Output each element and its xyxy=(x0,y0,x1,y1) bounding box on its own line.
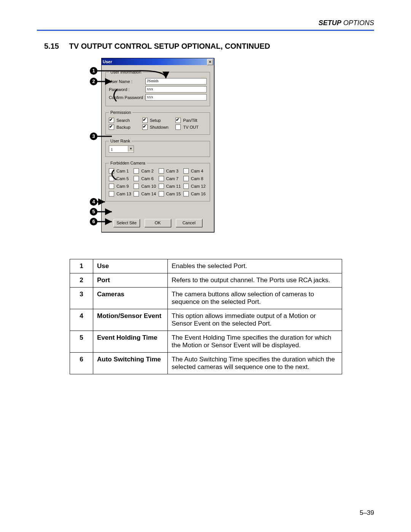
page-number: 5–39 xyxy=(360,509,374,517)
cam-8[interactable]: Cam 8 xyxy=(183,176,207,181)
checkbox-icon xyxy=(159,184,164,189)
cam-16[interactable]: Cam 16 xyxy=(183,191,207,197)
checkbox-icon xyxy=(183,168,189,174)
password-field[interactable]: xxx xyxy=(145,86,207,93)
cam-14[interactable]: Cam 14 xyxy=(134,191,157,197)
perm-setup[interactable]: Setup xyxy=(142,118,174,123)
callout-5: 5 xyxy=(90,208,97,216)
table-row: 6Auto Switching TimeThe Auto Switching T… xyxy=(70,353,342,374)
legend-table: 1UseEnables the selected Port. 2PortRefe… xyxy=(70,259,342,374)
dialog-titlebar[interactable]: User × xyxy=(102,58,214,65)
table-row: 1UseEnables the selected Port. xyxy=(70,259,342,273)
table-row: 3CamerasThe camera buttons allow selecti… xyxy=(70,288,342,309)
checkbox-icon xyxy=(142,118,148,123)
checkbox-icon xyxy=(109,191,114,197)
perm-backup[interactable]: Backup xyxy=(109,125,140,130)
cam-10[interactable]: Cam 10 xyxy=(134,184,157,189)
cam-6[interactable]: Cam 6 xyxy=(134,176,157,181)
cam-4[interactable]: Cam 4 xyxy=(183,168,207,174)
chevron-down-icon: ▼ xyxy=(128,146,134,152)
permission-group: Permission Search Setup Pan/Tilt Backup … xyxy=(105,110,210,135)
table-row: 4Motion/Sensor EventThis option allows i… xyxy=(70,309,342,331)
checkbox-icon xyxy=(142,125,148,130)
checkbox-icon xyxy=(175,118,181,123)
perm-shutdown[interactable]: Shutdown xyxy=(142,125,174,130)
cam-11[interactable]: Cam 11 xyxy=(159,184,182,189)
ok-button[interactable]: OK xyxy=(145,219,171,227)
select-site-button[interactable]: Select Site xyxy=(113,219,140,227)
running-header: SETUP OPTIONS xyxy=(319,19,374,27)
table-row: 2PortRefers to the output channel. The P… xyxy=(70,273,342,288)
table-row: 5Event Holding TimeThe Event Holding Tim… xyxy=(70,331,342,353)
user-rank-group: User Rank 1 ▼ xyxy=(105,139,210,157)
header-rule xyxy=(37,30,374,31)
perm-pantilt[interactable]: Pan/Tilt xyxy=(175,118,207,123)
user-rank-legend: User Rank xyxy=(109,139,132,143)
cam-9[interactable]: Cam 9 xyxy=(109,184,132,189)
cam-5[interactable]: Cam 5 xyxy=(109,176,132,181)
password-label: Password : xyxy=(109,87,145,92)
user-rank-select[interactable]: 1 ▼ xyxy=(109,145,134,153)
confirm-password-field[interactable]: xxx xyxy=(145,94,207,101)
user-name-label: User Name : xyxy=(109,79,145,84)
checkbox-icon xyxy=(134,176,139,181)
checkbox-icon xyxy=(134,168,139,174)
checkbox-icon xyxy=(109,168,114,174)
section-heading: 5.15 TV OUTPUT CONTROL SETUP OPTIONAL, C… xyxy=(44,42,270,51)
checkbox-icon xyxy=(183,176,189,181)
checkbox-icon xyxy=(109,176,114,181)
forbidden-camera-legend: Forbidden Camera xyxy=(109,161,147,165)
user-name-field[interactable]: JSmith xyxy=(145,78,207,85)
checkbox-icon xyxy=(175,125,181,130)
cam-13[interactable]: Cam 13 xyxy=(109,191,132,197)
checkbox-icon xyxy=(134,184,139,189)
user-dialog: User × User Information User Name : JSmi… xyxy=(101,58,213,232)
close-icon[interactable]: × xyxy=(207,59,213,65)
cam-12[interactable]: Cam 12 xyxy=(183,184,207,189)
cancel-button[interactable]: Cancel xyxy=(176,219,202,227)
checkbox-icon xyxy=(183,191,189,197)
cam-7[interactable]: Cam 7 xyxy=(159,176,182,181)
perm-search[interactable]: Search xyxy=(109,118,140,123)
checkbox-icon xyxy=(183,184,189,189)
cam-1[interactable]: Cam 1 xyxy=(109,168,132,174)
confirm-password-label: Confirm Password : xyxy=(109,95,145,100)
dialog-title: User xyxy=(103,59,112,64)
callout-2: 2 xyxy=(90,78,97,85)
callout-3: 3 xyxy=(90,133,97,140)
user-information-legend: User Information xyxy=(109,70,143,74)
forbidden-camera-group: Forbidden Camera Cam 1 Cam 2 Cam 3 Cam 4… xyxy=(105,161,210,201)
cam-2[interactable]: Cam 2 xyxy=(134,168,157,174)
checkbox-icon xyxy=(159,168,164,174)
checkbox-icon xyxy=(109,118,114,123)
user-information-group: User Information User Name : JSmith Pass… xyxy=(105,70,210,106)
cam-3[interactable]: Cam 3 xyxy=(159,168,182,174)
checkbox-icon xyxy=(159,191,164,197)
cam-15[interactable]: Cam 15 xyxy=(159,191,182,197)
checkbox-icon xyxy=(109,184,114,189)
callout-4: 4 xyxy=(90,198,97,206)
checkbox-icon xyxy=(159,176,164,181)
callout-1: 1 xyxy=(90,67,97,75)
checkbox-icon xyxy=(134,191,139,197)
callout-6: 6 xyxy=(90,218,97,225)
perm-tvout[interactable]: TV OUT xyxy=(175,125,207,130)
checkbox-icon xyxy=(109,125,114,130)
permission-legend: Permission xyxy=(109,110,132,115)
